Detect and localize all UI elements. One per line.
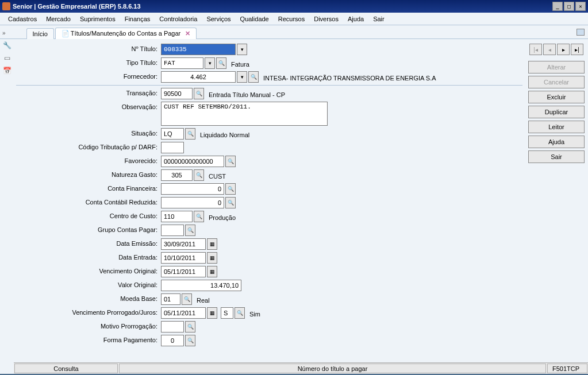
favorecido-input[interactable] bbox=[161, 156, 224, 167]
lookup-icon[interactable]: 🔍 bbox=[216, 57, 226, 69]
nav-prev-button[interactable]: ◂ bbox=[543, 44, 556, 55]
statusbar: Consulta Número do título a pagar F501TC… bbox=[14, 362, 588, 374]
menu-mercado[interactable]: Mercado bbox=[41, 14, 75, 24]
label-demissao: Data Emissão: bbox=[16, 238, 161, 247]
label-tipotitulo: Tipo Título: bbox=[16, 57, 161, 66]
collapse-toolbar-icon[interactable]: » bbox=[2, 28, 6, 36]
data-emissao-input[interactable] bbox=[161, 238, 206, 250]
juros-flag-input[interactable] bbox=[221, 307, 233, 319]
motivo-prorrogacao-input[interactable] bbox=[161, 321, 184, 333]
lookup-icon[interactable]: 🔍 bbox=[185, 225, 195, 236]
grupocp-input[interactable] bbox=[161, 225, 184, 236]
natgasto-input[interactable] bbox=[161, 169, 193, 181]
calendar-icon[interactable]: ▦ bbox=[207, 307, 217, 319]
lookup-icon[interactable]: 🔍 bbox=[194, 211, 204, 222]
tool-panel-icon[interactable]: ▭ bbox=[2, 53, 12, 63]
calendar-icon[interactable]: ▦ bbox=[207, 266, 217, 277]
nav-last-button[interactable]: ▸| bbox=[571, 44, 583, 55]
contacont-input[interactable] bbox=[161, 197, 224, 208]
left-toolbar: 🔧 ▭ 📅 bbox=[0, 39, 14, 374]
ccusto-desc: Produção bbox=[205, 212, 236, 221]
menu-ajuda[interactable]: Ajuda bbox=[343, 14, 368, 24]
data-entrada-input[interactable] bbox=[161, 252, 206, 264]
label-situacao: Situação: bbox=[16, 128, 161, 137]
moeda-input[interactable] bbox=[161, 293, 180, 305]
lookup-icon[interactable]: 🔍 bbox=[225, 197, 236, 208]
transacao-input[interactable] bbox=[161, 88, 193, 99]
menu-diversos[interactable]: Diversos bbox=[309, 14, 343, 24]
menu-financas[interactable]: Finanças bbox=[120, 14, 155, 24]
status-mode: Consulta bbox=[14, 364, 118, 373]
tab-titulos-contas-pagar[interactable]: 📄 Títulos/Manutenção do Contas a Pagar ✕ bbox=[55, 28, 197, 39]
dropdown-icon[interactable]: ▾ bbox=[237, 71, 247, 83]
cancelar-button[interactable]: Cancelar bbox=[528, 76, 585, 88]
menubar: Cadastros Mercado Suprimentos Finanças C… bbox=[0, 13, 588, 25]
menu-recursos[interactable]: Recursos bbox=[274, 14, 309, 24]
observacao-textarea[interactable]: CUST REF SETEMBRO/2011. bbox=[161, 102, 328, 126]
label-contacont: Conta Contábil Reduzida: bbox=[16, 197, 161, 206]
lookup-icon[interactable]: 🔍 bbox=[248, 71, 259, 83]
label-vencorig: Vencimento Original: bbox=[16, 266, 161, 275]
tipo-titulo-input[interactable] bbox=[161, 57, 203, 69]
label-contafin: Conta Financeira: bbox=[16, 183, 161, 192]
leitor-button[interactable]: Leitor bbox=[528, 121, 585, 133]
codtrib-input[interactable] bbox=[161, 142, 184, 153]
lookup-icon[interactable]: 🔍 bbox=[225, 183, 236, 195]
label-moeda: Moeda Base: bbox=[16, 293, 161, 302]
lookup-icon[interactable]: 🔍 bbox=[182, 293, 192, 305]
moeda-desc: Real bbox=[193, 295, 210, 304]
excluir-button[interactable]: Excluir bbox=[528, 91, 585, 103]
sair-button[interactable]: Sair bbox=[528, 150, 585, 163]
calendar-icon[interactable]: ▦ bbox=[207, 238, 217, 250]
ajuda-button[interactable]: Ajuda bbox=[528, 136, 585, 148]
lookup-icon[interactable]: 🔍 bbox=[194, 169, 204, 181]
contafin-input[interactable] bbox=[161, 183, 224, 195]
menu-cadastros[interactable]: Cadastros bbox=[3, 14, 41, 24]
valor-original-input[interactable] bbox=[161, 280, 241, 291]
lookup-icon[interactable]: 🔍 bbox=[185, 128, 195, 140]
record-nav: |◂ ◂ ▸ ▸| bbox=[528, 44, 585, 55]
dropdown-icon[interactable]: ▾ bbox=[237, 44, 247, 55]
tool-wrench-icon[interactable]: 🔧 bbox=[2, 40, 12, 51]
forma-pagamento-input[interactable] bbox=[161, 335, 184, 346]
action-button-panel: |◂ ◂ ▸ ▸| Alterar Cancelar Excluir Dupli… bbox=[528, 44, 585, 163]
duplicar-button[interactable]: Duplicar bbox=[528, 106, 585, 118]
lookup-icon[interactable]: 🔍 bbox=[185, 321, 195, 333]
menu-controladoria[interactable]: Controladoria bbox=[155, 14, 202, 24]
menu-servicos[interactable]: Serviços bbox=[202, 14, 235, 24]
tab-close-icon[interactable]: ✕ bbox=[185, 30, 190, 37]
label-motivo: Motivo Prorrogação: bbox=[16, 321, 161, 330]
alterar-button[interactable]: Alterar bbox=[528, 61, 585, 74]
situacao-input[interactable] bbox=[161, 128, 184, 140]
label-natgasto: Natureza Gasto: bbox=[16, 169, 161, 178]
dropdown-icon[interactable]: ▾ bbox=[205, 57, 215, 69]
lookup-icon[interactable]: 🔍 bbox=[235, 307, 245, 319]
ccusto-input[interactable] bbox=[161, 211, 193, 222]
minimize-button[interactable]: _ bbox=[552, 2, 563, 11]
form-panel: Nº Título: ▾ Tipo Título: ▾ 🔍 Fatura For… bbox=[14, 39, 588, 374]
vencimento-original-input[interactable] bbox=[161, 266, 206, 277]
close-button[interactable]: ✕ bbox=[575, 2, 586, 11]
tool-calendar-icon[interactable]: 📅 bbox=[2, 65, 12, 76]
menu-suprimentos[interactable]: Suprimentos bbox=[75, 14, 120, 24]
nav-next-button[interactable]: ▸ bbox=[557, 44, 570, 55]
lookup-icon[interactable]: 🔍 bbox=[225, 156, 236, 167]
maximize-button[interactable]: □ bbox=[564, 2, 574, 11]
form-scroll[interactable]: Nº Título: ▾ Tipo Título: ▾ 🔍 Fatura For… bbox=[14, 39, 525, 374]
vencimento-prorrogado-input[interactable] bbox=[161, 307, 206, 319]
fornecedor-input[interactable] bbox=[161, 71, 236, 83]
menu-sair[interactable]: Sair bbox=[368, 14, 389, 24]
window-titlebar: Senior | Gestão Empresarial (ERP) 5.8.6.… bbox=[0, 0, 588, 13]
numero-titulo-input[interactable] bbox=[161, 44, 236, 55]
tab-inicio[interactable]: Início bbox=[26, 28, 54, 39]
nav-first-button[interactable]: |◂ bbox=[529, 44, 542, 55]
layout-icon[interactable] bbox=[577, 29, 585, 36]
tab-label: Início bbox=[33, 30, 48, 37]
status-hint: Número do título a pagar bbox=[119, 364, 546, 373]
lookup-icon[interactable]: 🔍 bbox=[194, 88, 204, 99]
window-layout-controls bbox=[577, 29, 588, 36]
calendar-icon[interactable]: ▦ bbox=[207, 252, 217, 264]
menu-qualidade[interactable]: Qualidade bbox=[236, 14, 274, 24]
vencpror-desc: Sim bbox=[246, 309, 260, 318]
lookup-icon[interactable]: 🔍 bbox=[185, 335, 195, 346]
